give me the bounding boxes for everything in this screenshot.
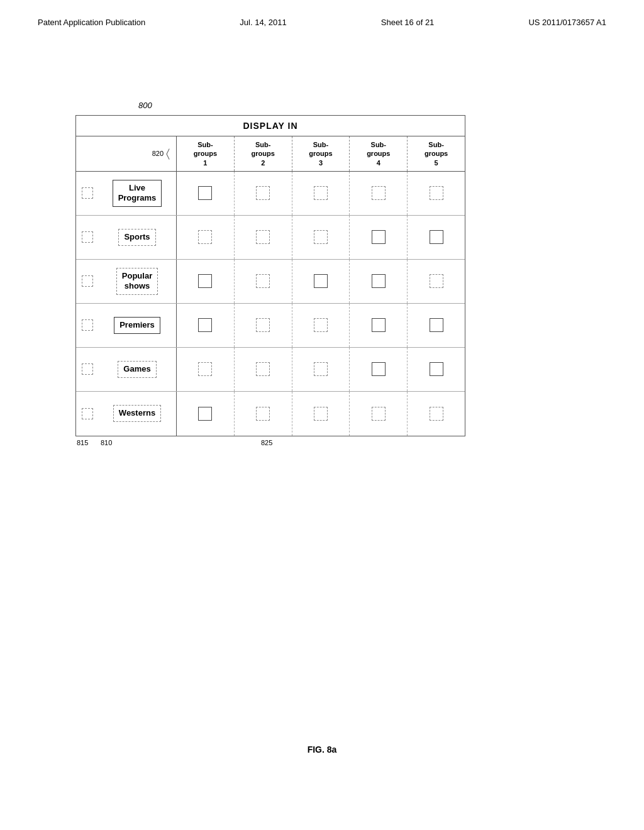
subgroup-header-2: Sub- groups 2 (235, 136, 292, 171)
grid-checkbox[interactable] (198, 362, 212, 376)
row-label-box: Live Programs (113, 180, 162, 208)
grid-cell (235, 392, 292, 436)
ref-825-label: 825 (261, 439, 272, 446)
row-checkbox-area (76, 348, 98, 391)
grid-checkbox[interactable] (198, 407, 212, 421)
subgroup-header-3: Sub- groups 3 (292, 136, 350, 171)
table-row: Games (76, 348, 465, 392)
grid-cells (177, 216, 465, 259)
grid-checkbox[interactable] (256, 186, 270, 200)
grid-cell (177, 392, 235, 436)
grid-cell (235, 172, 292, 215)
grid-checkbox[interactable] (372, 407, 386, 421)
grid-cells (177, 348, 465, 391)
grid-checkbox[interactable] (314, 362, 328, 376)
grid-checkbox[interactable] (314, 274, 328, 288)
grid-cells (177, 172, 465, 215)
grid-checkbox[interactable] (430, 186, 443, 200)
grid-checkbox[interactable] (372, 186, 386, 200)
table-row: Popular shows (76, 260, 465, 304)
row-checkbox-area (76, 216, 98, 259)
grid-checkbox[interactable] (430, 230, 443, 244)
grid-checkbox[interactable] (314, 186, 328, 200)
grid-cell (292, 304, 350, 347)
grid-checkbox[interactable] (372, 318, 386, 332)
grid-cell (408, 392, 465, 436)
table-row: Westerns (76, 392, 465, 436)
grid-cell (292, 348, 350, 391)
row-label-box: Sports (118, 229, 155, 246)
grid-checkbox[interactable] (198, 186, 212, 200)
grid-cell (350, 260, 408, 303)
grid-checkbox[interactable] (314, 407, 328, 421)
row-left-checkbox[interactable] (82, 319, 93, 331)
ref-820-label: 820 (152, 150, 164, 157)
grid-checkbox[interactable] (256, 362, 270, 376)
row-label-cell: Live Programs (98, 172, 177, 215)
row-label-cell: Games (98, 348, 177, 391)
figure-caption: FIG. 8a (0, 744, 644, 755)
page-header: Patent Application Publication Jul. 14, … (38, 18, 606, 27)
ref-815-label: 815 (77, 439, 88, 446)
subgroup-header-5: Sub- groups 5 (408, 136, 465, 171)
row-left-checkbox[interactable] (82, 275, 93, 287)
grid-checkbox[interactable] (430, 318, 443, 332)
grid-cell (177, 348, 235, 391)
grid-checkbox[interactable] (430, 407, 443, 421)
label-col-header: 820 〈 (76, 136, 177, 171)
grid-cell (177, 216, 235, 259)
grid-checkbox[interactable] (430, 362, 443, 376)
table-row: Sports (76, 216, 465, 260)
row-label-cell: Westerns (98, 392, 177, 436)
diagram-area: 800 DISPLAY IN 820 〈 Sub- groups 1 Sub- … (75, 101, 478, 451)
row-left-checkbox[interactable] (82, 187, 93, 199)
row-label-box: Westerns (113, 405, 161, 422)
grid-checkbox[interactable] (372, 362, 386, 376)
main-table: DISPLAY IN 820 〈 Sub- groups 1 Sub- grou… (75, 115, 465, 436)
table-row: Live Programs (76, 172, 465, 216)
grid-cell (292, 392, 350, 436)
row-left-checkbox[interactable] (82, 408, 93, 419)
subgroup-header-row: 820 〈 Sub- groups 1 Sub- groups 2 Sub- g… (76, 136, 465, 172)
row-label-box: Premiers (114, 317, 160, 334)
grid-checkbox[interactable] (198, 318, 212, 332)
grid-checkbox[interactable] (314, 318, 328, 332)
grid-checkbox[interactable] (198, 230, 212, 244)
row-label-box: Popular shows (116, 268, 158, 296)
grid-checkbox[interactable] (198, 274, 212, 288)
header-patent-number: US 2011/0173657 A1 (528, 18, 606, 27)
row-left-checkbox[interactable] (82, 363, 93, 375)
grid-cells (177, 260, 465, 303)
grid-checkbox[interactable] (372, 274, 386, 288)
row-label-cell: Premiers (98, 304, 177, 347)
grid-cell (177, 172, 235, 215)
grid-cell (235, 348, 292, 391)
subgroup-header-1: Sub- groups 1 (177, 136, 235, 171)
grid-cell (350, 304, 408, 347)
grid-cell (350, 392, 408, 436)
header-publication-type: Patent Application Publication (38, 18, 145, 27)
row-checkbox-area (76, 304, 98, 347)
grid-cell (408, 348, 465, 391)
grid-checkbox[interactable] (256, 274, 270, 288)
grid-cell (235, 304, 292, 347)
grid-cell (235, 260, 292, 303)
grid-cell (350, 172, 408, 215)
header-sheet: Sheet 16 of 21 (381, 18, 435, 27)
grid-cell (292, 216, 350, 259)
row-left-checkbox[interactable] (82, 231, 93, 243)
grid-checkbox[interactable] (314, 230, 328, 244)
grid-cell (350, 348, 408, 391)
row-label-box: Games (118, 361, 156, 378)
grid-checkbox[interactable] (430, 274, 443, 288)
grid-checkbox[interactable] (256, 230, 270, 244)
grid-checkbox[interactable] (256, 407, 270, 421)
row-checkbox-area (76, 392, 98, 436)
grid-checkbox[interactable] (372, 230, 386, 244)
grid-cell (177, 260, 235, 303)
grid-checkbox[interactable] (256, 318, 270, 332)
grid-cell (235, 216, 292, 259)
grid-cell (408, 304, 465, 347)
grid-cells (177, 304, 465, 347)
display-in-header: DISPLAY IN (76, 116, 465, 136)
